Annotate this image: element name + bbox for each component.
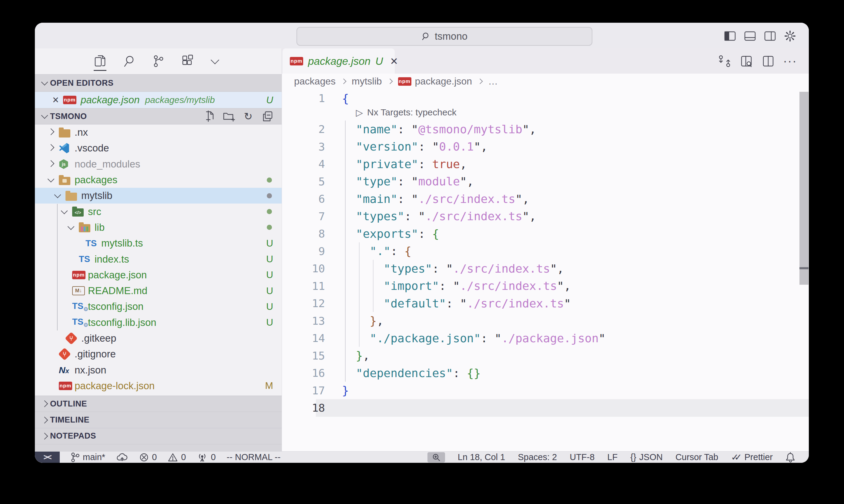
new-file-icon[interactable] xyxy=(203,110,216,122)
tree-item-node-modules[interactable]: jsnode_modules xyxy=(35,156,282,172)
tree-item-mytslib-ts[interactable]: TSmytslib.tsU xyxy=(35,235,282,251)
tree-item--vscode[interactable]: .vscode xyxy=(35,140,282,156)
toggle-primary-sidebar-icon[interactable] xyxy=(724,30,736,42)
tab-bar: npm package.json U × ··· xyxy=(282,49,809,74)
command-center-search[interactable]: tsmono xyxy=(296,27,592,46)
open-editors-section-header[interactable]: OPEN EDITORS xyxy=(35,74,282,92)
codelens-label: Nx Targets: typecheck xyxy=(367,107,457,118)
cursor-position[interactable]: Ln 18, Col 1 xyxy=(458,452,505,462)
encoding[interactable]: UTF-8 xyxy=(570,452,595,462)
explorer-icon[interactable] xyxy=(93,52,107,70)
language-mode[interactable]: {}JSON xyxy=(630,452,663,462)
line-number: 10 xyxy=(282,262,325,275)
code-area[interactable]: ▷ Nx Targets: typecheck 1{2 "name": "@ts… xyxy=(282,89,809,451)
npm-file-icon: npm xyxy=(290,57,303,66)
tree-item-readme-md[interactable]: M↓README.mdU xyxy=(35,283,282,299)
tree-item--gitkeep[interactable]: ⑂.gitkeep xyxy=(35,330,282,346)
toggle-secondary-sidebar-icon[interactable] xyxy=(764,30,776,42)
file-icon: npm xyxy=(72,271,88,279)
breadcrumb-item[interactable]: mytslib xyxy=(352,76,382,87)
cursor-tab[interactable]: Cursor Tab xyxy=(675,452,718,462)
extensions-icon[interactable] xyxy=(180,52,195,70)
status-bar: ><main*000-- NORMAL -- Ln 18, Col 1Space… xyxy=(35,451,809,463)
code-line-7: 7 "types": "./src/index.ts", xyxy=(282,208,809,226)
tree-item--gitignore[interactable]: ⑂.gitignore xyxy=(35,346,282,362)
vim-mode[interactable]: -- NORMAL -- xyxy=(227,452,281,462)
chevron-right-icon xyxy=(41,416,48,424)
new-folder-icon[interactable] xyxy=(223,110,235,122)
open-editors-label: OPEN EDITORS xyxy=(50,78,114,88)
split-editor-icon[interactable] xyxy=(761,55,775,68)
run-icon: ▷ xyxy=(356,107,363,118)
settings-gear-icon[interactable] xyxy=(784,30,796,42)
remote-indicator[interactable]: >< xyxy=(35,452,60,463)
modified-badge: M xyxy=(265,380,273,391)
close-icon[interactable]: × xyxy=(52,94,59,106)
code-line-17: 17} xyxy=(282,382,809,399)
editor-group: npm package.json U × ··· packagesmytslib… xyxy=(282,49,809,451)
line-number: 15 xyxy=(282,349,325,362)
chevron-right-icon xyxy=(48,160,55,167)
tree-item-lib[interactable]: lib xyxy=(35,220,282,235)
source-control-icon[interactable] xyxy=(151,52,166,70)
zoom-indicator[interactable] xyxy=(428,452,445,463)
codelens-nx-targets[interactable]: ▷ Nx Targets: typecheck xyxy=(356,105,457,120)
tree-item-label: mytslib.ts xyxy=(101,237,143,249)
eol[interactable]: LF xyxy=(607,452,618,462)
indentation[interactable]: Spaces: 2 xyxy=(518,452,557,462)
tree-item-package-json[interactable]: npmpackage.jsonU xyxy=(35,267,282,283)
tree-item-src[interactable]: </>src xyxy=(35,203,282,219)
file-icon xyxy=(66,191,81,201)
change-dot-badge xyxy=(267,178,272,183)
change-dot-badge xyxy=(267,225,272,230)
open-changes-icon[interactable] xyxy=(718,55,731,68)
section-header-timeline[interactable]: TIMELINE xyxy=(35,412,282,428)
file-icon: js xyxy=(59,159,74,169)
tree-item-nx-json[interactable]: Nxnx.json xyxy=(35,362,282,378)
line-number: 11 xyxy=(282,280,325,292)
tree-item-packages[interactable]: packages xyxy=(35,172,282,188)
tree-item-tsconfig-json[interactable]: TS⚙tsconfig.jsonU xyxy=(35,299,282,314)
warnings-status[interactable]: 0 xyxy=(168,452,186,462)
tree-item-package-lock-json[interactable]: npmpackage-lock.jsonM xyxy=(35,378,282,394)
more-actions-icon[interactable]: ··· xyxy=(783,55,797,68)
section-header-notepads[interactable]: NOTEPADS xyxy=(35,428,282,444)
breadcrumb-item[interactable]: packages xyxy=(294,76,335,87)
breadcrumb-item[interactable]: npmpackage.json xyxy=(398,76,472,87)
tree-item-index-ts[interactable]: TSindex.tsU xyxy=(35,251,282,267)
search-icon[interactable] xyxy=(122,52,136,70)
code-line-8: 8 "exports": { xyxy=(282,225,809,242)
line-number: 18 xyxy=(282,402,325,414)
code-line-14: 14 "./package.json": "./package.json" xyxy=(282,329,809,347)
collapse-folders-icon[interactable] xyxy=(262,110,274,122)
open-editor-item[interactable]: × npm package.json packages/mytslib U xyxy=(35,92,282,108)
tree-item-tsconfig-lib-json[interactable]: TS⚙tsconfig.lib.jsonU xyxy=(35,315,282,330)
code-line-15: 15 }, xyxy=(282,347,809,365)
tree-item-label: nx.json xyxy=(74,364,106,376)
sync-changes-icon[interactable] xyxy=(116,453,128,462)
tree-item-label: .gitkeep xyxy=(81,332,116,344)
tab-package-json[interactable]: npm package.json U × xyxy=(282,49,395,74)
more-views-chevron-icon[interactable] xyxy=(209,52,224,70)
code-line-4: 4 "private": true, xyxy=(282,156,809,173)
project-section-header[interactable]: TSMONO ↻ xyxy=(35,108,282,125)
tree-item-mytslib[interactable]: mytslib xyxy=(35,188,282,203)
tree-item-label: tsconfig.json xyxy=(88,301,143,312)
ports-status[interactable]: 0 xyxy=(197,452,216,462)
breadcrumb: packagesmytslibnpmpackage.json… xyxy=(282,74,809,89)
tab-close-icon[interactable]: × xyxy=(391,55,398,67)
tree-item--nx[interactable]: .nx xyxy=(35,125,282,140)
notifications-bell-icon[interactable] xyxy=(786,452,795,463)
open-preview-icon[interactable] xyxy=(740,55,753,68)
line-number: 4 xyxy=(282,158,325,170)
file-icon xyxy=(59,175,74,185)
git-branch-status[interactable]: main* xyxy=(71,452,105,463)
toggle-panel-icon[interactable] xyxy=(744,30,756,42)
formatter[interactable]: ✓✓Prettier xyxy=(731,452,773,463)
chevron-down-icon xyxy=(61,207,68,214)
section-header-outline[interactable]: OUTLINE xyxy=(35,396,282,412)
errors-status[interactable]: 0 xyxy=(139,452,157,462)
breadcrumb-item[interactable]: … xyxy=(488,76,498,87)
section-label: NOTEPADS xyxy=(50,431,96,441)
refresh-explorer-icon[interactable]: ↻ xyxy=(242,110,254,122)
